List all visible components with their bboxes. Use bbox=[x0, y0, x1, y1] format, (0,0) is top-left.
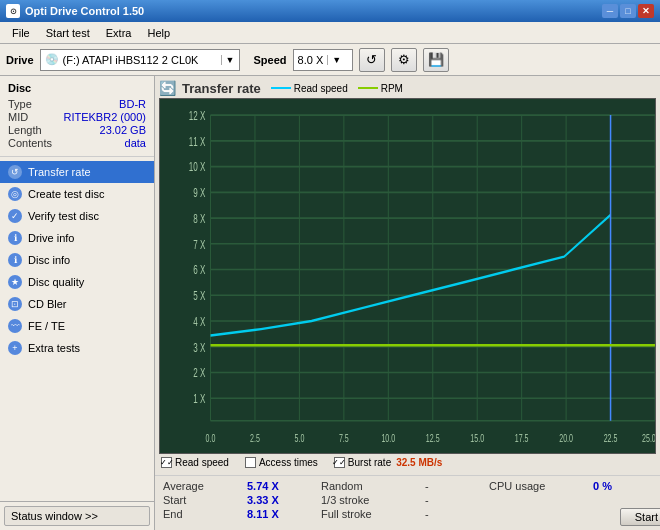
close-button[interactable]: ✕ bbox=[638, 4, 654, 18]
drive-label: Drive bbox=[6, 54, 34, 66]
status-window-button[interactable]: Status window >> bbox=[4, 506, 150, 526]
nav-cd-bler-label: CD Bler bbox=[28, 298, 67, 310]
chart-icon: 🔄 bbox=[159, 80, 176, 96]
menu-start-test[interactable]: Start test bbox=[38, 25, 98, 41]
access-times-checkbox[interactable]: Access times bbox=[245, 457, 318, 468]
disc-contents-value: data bbox=[125, 137, 146, 149]
app-title: Opti Drive Control 1.50 bbox=[25, 5, 602, 17]
transfer-rate-icon: ↺ bbox=[8, 165, 22, 179]
svg-text:6 X: 6 X bbox=[193, 262, 205, 276]
nav-drive-info-label: Drive info bbox=[28, 232, 74, 244]
minimize-button[interactable]: ─ bbox=[602, 4, 618, 18]
read-speed-checkbox-label: Read speed bbox=[175, 457, 229, 468]
access-times-checkbox-box[interactable] bbox=[245, 457, 256, 468]
speed-label: Speed bbox=[254, 54, 287, 66]
chart-svg: 12 X 11 X 10 X 9 X 8 X 7 X 6 X 5 X 4 X 3… bbox=[160, 99, 655, 453]
chart-legend: Read speed RPM bbox=[271, 83, 403, 94]
cpu-label: CPU usage bbox=[489, 480, 589, 492]
refresh-button[interactable]: ↺ bbox=[359, 48, 385, 72]
disc-type-row: Type BD-R bbox=[8, 98, 146, 110]
nav-transfer-rate[interactable]: ↺ Transfer rate bbox=[0, 161, 154, 183]
access-times-checkbox-label: Access times bbox=[259, 457, 318, 468]
end-value: 8.11 X bbox=[247, 508, 317, 526]
save-button[interactable]: 💾 bbox=[423, 48, 449, 72]
nav-disc-quality[interactable]: ★ Disc quality bbox=[0, 271, 154, 293]
menu-extra[interactable]: Extra bbox=[98, 25, 140, 41]
legend-rpm-color bbox=[358, 87, 378, 89]
cd-bler-icon: ⊡ bbox=[8, 297, 22, 311]
svg-text:7 X: 7 X bbox=[193, 237, 205, 251]
chart-title-bar: 🔄 Transfer rate Read speed RPM bbox=[159, 80, 656, 96]
speed-dropdown-arrow: ▼ bbox=[327, 55, 341, 65]
nav-cd-bler[interactable]: ⊡ CD Bler bbox=[0, 293, 154, 315]
svg-text:4 X: 4 X bbox=[193, 314, 205, 328]
svg-text:11 X: 11 X bbox=[189, 134, 206, 148]
read-speed-checkbox[interactable]: ✓ Read speed bbox=[161, 457, 229, 468]
burst-rate-checkbox[interactable]: ✓ Burst rate 32.5 MB/s bbox=[334, 457, 443, 468]
svg-text:2 X: 2 X bbox=[193, 365, 205, 379]
disc-quality-icon: ★ bbox=[8, 275, 22, 289]
stroke13-value: - bbox=[425, 494, 485, 506]
legend-read-speed: Read speed bbox=[271, 83, 348, 94]
end-label: End bbox=[163, 508, 243, 526]
burst-rate-checkbox-box[interactable]: ✓ bbox=[334, 457, 345, 468]
create-test-icon: ◎ bbox=[8, 187, 22, 201]
speed-select[interactable]: 8.0 X ▼ bbox=[293, 49, 353, 71]
drive-icon: 💿 bbox=[45, 53, 59, 66]
svg-text:1 X: 1 X bbox=[193, 391, 205, 405]
disc-info-icon: ℹ bbox=[8, 253, 22, 267]
nav-fe-te-label: FE / TE bbox=[28, 320, 65, 332]
burst-rate-checkbox-label: Burst rate bbox=[348, 457, 391, 468]
start-value: 3.33 X bbox=[247, 494, 317, 506]
menu-file[interactable]: File bbox=[4, 25, 38, 41]
sidebar: Disc Type BD-R MID RITEKBR2 (000) Length… bbox=[0, 76, 155, 530]
disc-length-value: 23.02 GB bbox=[100, 124, 146, 136]
svg-text:22.5: 22.5 bbox=[604, 431, 618, 444]
legend-read-speed-color bbox=[271, 87, 291, 89]
stats-grid: Average 5.74 X Random - CPU usage 0 % St… bbox=[163, 480, 652, 526]
nav-transfer-rate-label: Transfer rate bbox=[28, 166, 91, 178]
full-stroke-label: Full stroke bbox=[321, 508, 421, 526]
average-value: 5.74 X bbox=[247, 480, 317, 492]
svg-text:0.0: 0.0 bbox=[206, 431, 216, 444]
menu-help[interactable]: Help bbox=[139, 25, 178, 41]
main-content: Disc Type BD-R MID RITEKBR2 (000) Length… bbox=[0, 76, 660, 530]
window-controls: ─ □ ✕ bbox=[602, 4, 654, 18]
disc-type-value: BD-R bbox=[119, 98, 146, 110]
drive-select[interactable]: 💿 (F:) ATAPI iHBS112 2 CL0K ▼ bbox=[40, 49, 240, 71]
drive-dropdown-arrow: ▼ bbox=[221, 55, 235, 65]
settings-button[interactable]: ⚙ bbox=[391, 48, 417, 72]
nav-create-test-disc[interactable]: ◎ Create test disc bbox=[0, 183, 154, 205]
nav-fe-te[interactable]: 〰 FE / TE bbox=[0, 315, 154, 337]
nav-disc-info[interactable]: ℹ Disc info bbox=[0, 249, 154, 271]
disc-contents-row: Contents data bbox=[8, 137, 146, 149]
maximize-button[interactable]: □ bbox=[620, 4, 636, 18]
start-test-button[interactable]: Start bbox=[620, 508, 660, 526]
svg-text:2.5: 2.5 bbox=[250, 431, 260, 444]
random-label: Random bbox=[321, 480, 421, 492]
chart-legend-row: ✓ Read speed Access times ✓ Burst rate 3… bbox=[159, 454, 656, 471]
disc-mid-label: MID bbox=[8, 111, 28, 123]
menubar: File Start test Extra Help bbox=[0, 22, 660, 44]
legend-read-speed-label: Read speed bbox=[294, 83, 348, 94]
content-area: 🔄 Transfer rate Read speed RPM bbox=[155, 76, 660, 530]
average-label: Average bbox=[163, 480, 243, 492]
nav-disc-info-label: Disc info bbox=[28, 254, 70, 266]
svg-text:10.0: 10.0 bbox=[381, 431, 395, 444]
svg-text:7.5: 7.5 bbox=[339, 431, 349, 444]
disc-length-row: Length 23.02 GB bbox=[8, 124, 146, 136]
drive-value: (F:) ATAPI iHBS112 2 CL0K bbox=[63, 54, 199, 66]
read-speed-checkbox-box[interactable]: ✓ bbox=[161, 457, 172, 468]
nav-extra-tests[interactable]: + Extra tests bbox=[0, 337, 154, 359]
nav-create-test-label: Create test disc bbox=[28, 188, 104, 200]
cpu-value: 0 % bbox=[593, 480, 660, 492]
app-icon: ⊙ bbox=[6, 4, 20, 18]
svg-text:10 X: 10 X bbox=[189, 159, 206, 173]
legend-rpm: RPM bbox=[358, 83, 403, 94]
disc-contents-label: Contents bbox=[8, 137, 52, 149]
disc-panel-title: Disc bbox=[8, 82, 146, 94]
titlebar: ⊙ Opti Drive Control 1.50 ─ □ ✕ bbox=[0, 0, 660, 22]
nav-drive-info[interactable]: ℹ Drive info bbox=[0, 227, 154, 249]
disc-info-panel: Disc Type BD-R MID RITEKBR2 (000) Length… bbox=[0, 76, 154, 157]
nav-verify-test-disc[interactable]: ✓ Verify test disc bbox=[0, 205, 154, 227]
